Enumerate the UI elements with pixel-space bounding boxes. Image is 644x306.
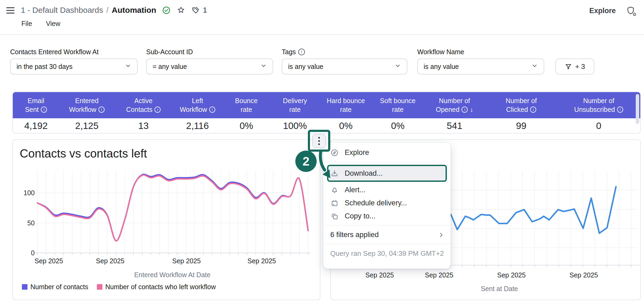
filter-label: Tagsi: [282, 47, 407, 56]
menu-item-label: Download...: [345, 169, 383, 178]
chevron-down-icon: [395, 62, 401, 70]
view-menu[interactable]: View: [46, 20, 60, 28]
svg-text:Sep 2025: Sep 2025: [172, 257, 201, 265]
table-scrollbar-thumb[interactable]: [636, 94, 639, 124]
favorite-star-icon[interactable]: [177, 6, 185, 15]
svg-text:Sep 2025: Sep 2025: [247, 257, 276, 265]
breadcrumb-root-link[interactable]: 1 - Default Dashboards: [21, 6, 103, 15]
filter-label: Contacts Entered Workflow At: [10, 47, 138, 56]
kpi-value: 4,192: [13, 120, 59, 131]
menu-divider: [323, 244, 451, 244]
svg-text:Entered Workflow At Date: Entered Workflow At Date: [134, 271, 210, 278]
chevron-down-icon: [260, 62, 267, 70]
info-icon[interactable]: i: [209, 107, 215, 113]
copy-icon: [330, 212, 339, 221]
column-header[interactable]: LeftWorkflowi: [172, 92, 223, 118]
column-header[interactable]: ActiveContactsi: [114, 92, 172, 118]
info-icon[interactable]: i: [154, 107, 161, 113]
info-icon[interactable]: i: [462, 107, 468, 113]
filter-sub-account-id: Sub-Account ID= any value: [146, 47, 273, 74]
kpi-value: 0%: [223, 120, 270, 131]
filter-value: in the past 30 days: [17, 63, 73, 70]
svg-text:100: 100: [23, 189, 35, 197]
validated-check-icon[interactable]: [162, 6, 171, 15]
tags-icon[interactable]: [191, 6, 200, 15]
legend-swatch: [22, 284, 27, 290]
breadcrumb: 1 - Default Dashboards / Automation 1: [21, 4, 207, 17]
menu-item-download[interactable]: Download...: [327, 165, 447, 182]
svg-text:Sent at Date: Sent at Date: [481, 285, 518, 292]
svg-text:Sep 2025: Sep 2025: [569, 271, 598, 279]
legend-label: Number of contacts: [30, 283, 88, 291]
svg-text:Sep 2025: Sep 2025: [34, 257, 63, 265]
gear-icon: ⚙: [633, 12, 637, 17]
column-header[interactable]: Soft bouncerate: [372, 92, 424, 118]
filter-dropdown[interactable]: in the past 30 days: [10, 58, 138, 74]
column-header[interactable]: Bouncerate: [223, 92, 270, 118]
tile-kebab-menu-button[interactable]: [312, 134, 326, 148]
menu-item-explore[interactable]: Explore: [323, 146, 451, 159]
download-icon: [330, 169, 339, 178]
info-icon[interactable]: i: [298, 49, 305, 55]
info-icon[interactable]: i: [617, 107, 623, 113]
more-filters-button[interactable]: + 3: [555, 58, 594, 74]
svg-text:Sep 2025: Sep 2025: [365, 271, 394, 279]
file-menu[interactable]: File: [21, 20, 32, 28]
more-filters-label: + 3: [575, 62, 585, 71]
info-icon[interactable]: i: [530, 107, 536, 113]
menu-item-query-ran-sep-30-04-39-pm-gmt-2: Query ran Sep 30, 04:39 PM GMT+2: [323, 247, 451, 260]
admin-shield-gear-icon[interactable]: ⚙: [626, 6, 635, 15]
column-header[interactable]: Number ofOpenedi↓: [424, 92, 485, 118]
chevron-down-icon: [531, 62, 538, 70]
filter-tags: Tagsiis any value: [282, 47, 407, 74]
explore-nav-link[interactable]: Explore: [589, 7, 616, 15]
svg-text:Sep 2025: Sep 2025: [96, 257, 124, 265]
bell-icon: [330, 186, 339, 194]
tile-context-menu: ExploreDownload...Alert...Schedule deliv…: [323, 143, 451, 269]
chart-legend: Number of contactsNumber of contacts who…: [22, 283, 216, 291]
column-header[interactable]: Number ofUnsubscribedi: [557, 92, 640, 118]
menu-bar: File View: [21, 20, 60, 28]
menu-item-alert[interactable]: Alert...: [323, 183, 451, 197]
filter-value: is any value: [424, 63, 459, 70]
sort-desc-icon: ↓: [470, 105, 473, 114]
svg-text:Sep 2025: Sep 2025: [497, 271, 526, 279]
info-icon[interactable]: i: [41, 107, 47, 113]
kpi-value: 100%: [270, 120, 320, 131]
menu-item-label: Alert...: [345, 186, 365, 194]
filter-value: = any value: [153, 63, 187, 70]
kpi-value: 2,125: [59, 120, 115, 131]
kpi-value: 2,116: [172, 120, 223, 131]
filter-contacts-entered-workflow-at: Contacts Entered Workflow Atin the past …: [10, 47, 138, 74]
column-header[interactable]: EnteredWorkflowi: [59, 92, 115, 118]
column-header[interactable]: Deliveryrate: [270, 92, 320, 118]
menu-item-label: Explore: [345, 148, 369, 157]
column-header[interactable]: Hard bouncerate: [320, 92, 372, 118]
filter-dropdown[interactable]: is any value: [417, 58, 544, 74]
compass-icon: [330, 148, 339, 157]
kpi-value: 13: [114, 120, 172, 131]
kpi-value: 541: [424, 120, 485, 131]
legend-label: Number of contacts who left workflow: [105, 283, 216, 291]
menu-item-6-filters-applied[interactable]: 6 filters applied: [323, 228, 451, 241]
tag-count: 1: [203, 6, 207, 14]
legend-item[interactable]: Number of contacts who left workflow: [97, 283, 216, 291]
filter-workflow-name: Workflow Nameis any value: [417, 47, 544, 74]
filter-dropdown[interactable]: is any value: [282, 58, 407, 74]
dashboard-title: Automation: [112, 6, 156, 15]
kpi-table-values-row: 4,1922,125132,1160%100%0%0%541990: [13, 118, 640, 133]
info-icon[interactable]: i: [98, 107, 105, 113]
menu-item-copy-to[interactable]: Copy to...: [323, 210, 451, 223]
kpi-table-header: EmailSentiEnteredWorkflowiActiveContacts…: [13, 92, 640, 118]
legend-item[interactable]: Number of contacts: [22, 283, 88, 291]
svg-text:Sep 2025: Sep 2025: [425, 271, 453, 279]
svg-text:50: 50: [27, 219, 35, 227]
column-header[interactable]: EmailSenti: [13, 92, 59, 118]
menu-item-label: Schedule delivery...: [345, 199, 407, 207]
filter-label: Sub-Account ID: [146, 47, 273, 56]
filter-dropdown[interactable]: = any value: [146, 58, 273, 74]
menu-item-schedule-delivery[interactable]: Schedule delivery...: [323, 197, 451, 210]
menu-divider: [323, 162, 451, 162]
hamburger-menu-icon[interactable]: [6, 6, 15, 14]
column-header[interactable]: Number ofClickedi: [485, 92, 557, 118]
